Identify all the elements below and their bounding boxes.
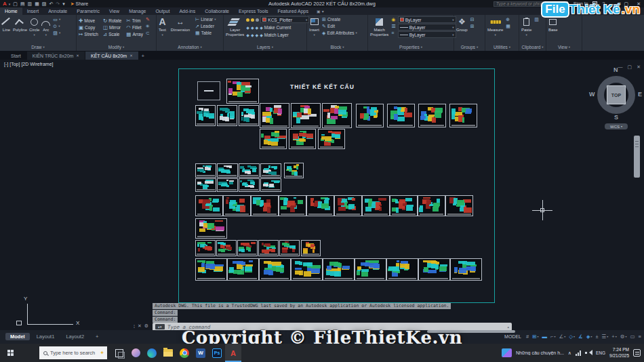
ribbon-tab-output[interactable]: Output (150, 7, 174, 15)
line-button[interactable]: Line (2, 16, 11, 33)
rotate-button[interactable]: ↻Rotate (103, 18, 121, 24)
taskbar-edge-icon[interactable] (144, 344, 160, 362)
ribbon-tab-home[interactable]: Home (0, 7, 22, 15)
vertical-scrollbar[interactable] (634, 136, 640, 178)
circle-button[interactable]: Circle▾ (29, 16, 39, 37)
file-tab-start[interactable]: Start (5, 52, 26, 60)
layout-tab-layout1[interactable]: Layout1 (32, 333, 60, 340)
drawing-thumbnail[interactable] (226, 79, 259, 104)
drawing-thumbnail[interactable] (251, 195, 279, 216)
drawing-thumbnail[interactable] (195, 195, 223, 216)
drawing-thumbnail[interactable] (217, 105, 237, 126)
annotation-visibility-toggle[interactable]: ± (595, 334, 598, 340)
insert-button[interactable]: Insert▾ (309, 16, 319, 37)
ribbon-tab-manage[interactable]: Manage (124, 7, 150, 15)
drawing-thumbnail[interactable] (445, 195, 473, 216)
leader-button[interactable]: ↗Leader (195, 23, 216, 29)
copy-button[interactable]: ▣Copy (79, 24, 98, 31)
ribbon-tab-express-tools[interactable]: Express Tools (234, 7, 273, 15)
autoscale-toggle[interactable]: ☰▾ (602, 334, 609, 340)
new-drawing-tab-button[interactable]: + (139, 52, 147, 60)
group-edit-button[interactable]: ⊞ (470, 23, 475, 29)
drawing-thumbnail[interactable] (217, 163, 238, 178)
drawing-thumbnail[interactable] (239, 163, 260, 178)
modify-panel-label[interactable]: Modify (77, 43, 156, 51)
layer-lock-icon[interactable] (256, 18, 259, 22)
hatch-button[interactable]: ▨▾ (53, 30, 60, 36)
text-button[interactable]: AText▾ (159, 16, 166, 37)
base-button[interactable]: Base (548, 16, 558, 33)
horizontal-scrollbar[interactable] (427, 330, 515, 333)
viewport-view-control[interactable]: [Top] (9, 62, 20, 66)
move-button[interactable]: ✚Move (79, 18, 98, 24)
trim-button[interactable]: ✂Trim (126, 18, 143, 24)
annotation-scale-toggle[interactable]: +▾ (611, 334, 616, 340)
drawing-thumbnail[interactable] (334, 195, 362, 216)
measure-button[interactable]: Measure▾ (487, 16, 503, 37)
array-button[interactable]: ▦Array (126, 31, 143, 37)
table-button[interactable]: ▦Table (195, 30, 216, 36)
taskbar-word-icon[interactable]: W (193, 344, 209, 362)
layer-properties-button[interactable]: Layer Properties (226, 16, 244, 37)
quick-properties-toggle[interactable]: ▭ (630, 334, 635, 340)
group-button[interactable]: ❖Group (456, 16, 468, 33)
share-button[interactable]: ➤ Share (71, 1, 89, 7)
save-icon[interactable]: ▥ (28, 1, 33, 7)
file-tab-k-t-c-u-8x20m[interactable]: KẾT CẤU 8x20m✕ (85, 52, 138, 60)
drawing-thumbnail[interactable] (291, 103, 321, 128)
lineweight-dropdown[interactable]: ByLayer (398, 31, 456, 38)
object-snap-toggle[interactable]: ◈▾ (586, 334, 592, 340)
lineweight-icon[interactable]: ≡ (391, 30, 395, 36)
drawing-thumbnail[interactable] (322, 103, 352, 128)
color-wheel-icon[interactable]: ◉ (391, 16, 395, 22)
viewcube-top-face[interactable]: TOP (607, 85, 626, 104)
redo-icon[interactable]: ↷ (56, 1, 60, 7)
language-indicator[interactable]: ENG (596, 350, 605, 355)
taskbar-chrome-icon[interactable] (176, 344, 193, 362)
linear-button[interactable]: ⊢Linear▾ (195, 16, 216, 22)
stretch-button[interactable]: ↦Stretch (79, 31, 98, 37)
grid-display-toggle[interactable]: # (526, 334, 529, 340)
ribbon-tab-collaborate[interactable]: Collaborate (200, 7, 234, 15)
volume-icon[interactable] (585, 350, 592, 356)
doc-minimize-button[interactable]: — (618, 64, 623, 70)
ribbon-tab-featured-apps[interactable]: Featured Apps (273, 7, 313, 15)
ungroup-button[interactable]: ⊟ (470, 16, 475, 22)
customization-toggle[interactable]: ≡ (639, 334, 641, 340)
drawing-thumbnail[interactable] (356, 104, 384, 127)
taskbar-clock[interactable]: 7:24 PM 9/21/2025 (609, 347, 629, 359)
ellipse-button[interactable]: ⊙▾ (53, 23, 60, 29)
app-menu-caret-icon[interactable]: ▾ (9, 2, 11, 6)
drawing-thumbnail[interactable] (289, 129, 316, 149)
start-button[interactable] (0, 344, 20, 362)
utilities-panel-label[interactable]: Utilities (485, 43, 519, 51)
mirror-button[interactable]: ◫Mirror (103, 24, 121, 31)
draw-panel-label[interactable]: Draw (0, 43, 76, 51)
drawing-thumbnail[interactable] (259, 258, 291, 281)
drawing-thumbnail[interactable] (227, 258, 259, 281)
ribbon-tab-insert[interactable]: Insert (22, 7, 44, 15)
copy-clip-button[interactable]: ▥ (534, 16, 539, 22)
linetype-dropdown[interactable]: ByLayer (398, 24, 456, 31)
drawing-thumbnail[interactable] (195, 218, 227, 239)
linetype-icon[interactable]: ☰ (391, 23, 395, 29)
annotation-panel-label[interactable]: Annotation (157, 43, 223, 51)
drawing-thumbnail[interactable] (390, 195, 418, 216)
viewport-menu-control[interactable]: [-] (4, 62, 8, 66)
drawing-thumbnail[interactable] (239, 105, 259, 126)
edit-attributes-button[interactable]: ◈Edit Attributes▾ (322, 30, 357, 36)
file-tab-ki-n-tr-c-8x20m[interactable]: KIẾN TRÚC 8x20m✕ (27, 52, 85, 60)
drawing-thumbnail[interactable] (418, 195, 445, 216)
osnap-tracking-toggle[interactable]: ∡ (578, 334, 583, 340)
viewcube-west[interactable]: W (589, 91, 595, 98)
explode-button[interactable]: ✳ (146, 23, 150, 29)
polar-tracking-toggle[interactable]: ∠▾ (559, 334, 565, 340)
news-widget-icon[interactable] (502, 348, 512, 357)
layout-tab-layout2[interactable]: Layout2 (61, 333, 89, 340)
groups-panel-label[interactable]: Groups (454, 43, 485, 51)
drawing-thumbnail[interactable] (217, 178, 238, 192)
offset-button[interactable]: ⊂ (146, 30, 150, 36)
drawing-thumbnail[interactable] (195, 178, 216, 192)
drawing-thumbnail[interactable] (195, 258, 227, 281)
viewcube-north[interactable]: N (613, 66, 618, 73)
